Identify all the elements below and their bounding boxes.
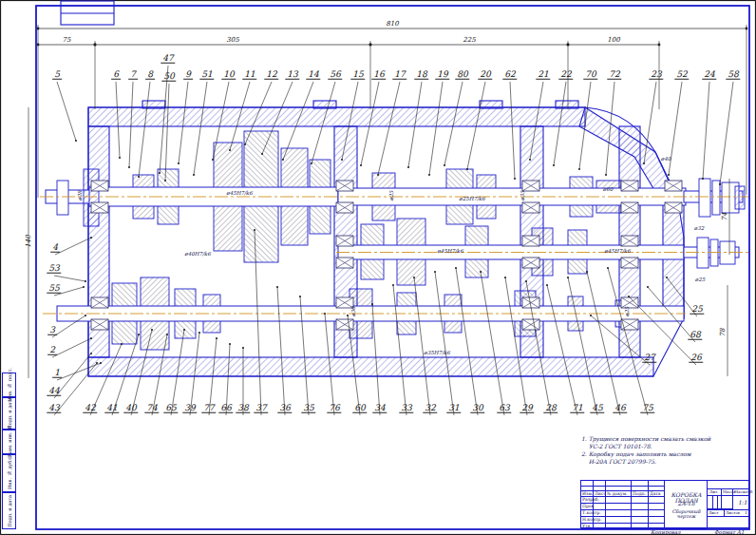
fit-label: ø32 [694,225,704,231]
dimension-label: 100 [607,36,620,44]
fit-label: ø28 [77,191,83,201]
tb-col-podp: Подп. [633,492,646,497]
dimension-label-rotated: 78 [719,329,727,337]
technical-notes: 1. Трущиеся поверхности смазать смазкой … [581,435,750,466]
dimension-label-rotated: 140 [25,235,32,247]
fit-label: ø35H7/k6 [424,350,449,355]
fit-label: ø40H7/k6 [184,251,210,257]
drawing-sheet: 81075305225100 5678475095110111213145615… [0,0,756,535]
title-block: Изм. Лист № докум. Подп. Дата Разраб. Пр… [580,480,749,528]
tb-row-tkontr: Т.контр. [582,511,601,516]
fit-label: ø40 [661,156,671,162]
fit-label: ø25H7/k6 [459,196,484,201]
note-line: 2. Коробку подач заполнить маслом [581,450,750,458]
dimension-label: 810 [386,20,399,28]
fit-label: ø30 [350,307,356,316]
fit-label: ø25 [624,307,630,316]
fit-label: ø25 [388,191,394,201]
dimension-label-rotated: 74 [721,213,728,221]
frame-stamp-cell: Подп. и дата [2,492,16,529]
tb-row-prov: Пров. [582,505,595,509]
frame-stamp-label: Подп. и дата [7,495,12,527]
format-label: Формат А1 [714,529,744,535]
fit-label: ø45H7/k6 [604,248,630,254]
tb-row-utv: Утв. [582,525,592,529]
tb-col-izm: Изм. [582,492,593,497]
dimension-label: 305 [226,36,239,44]
tb-col-list: Лист [595,492,606,497]
dimension-label: 225 [463,36,476,44]
note-line: УС-2 ГОСТ 10101-78. [581,443,750,450]
tb-row-nkontr: Н.контр. [582,518,602,523]
tb-lit-label: Лит. [709,490,719,494]
tb-scale-label: Масштаб [734,490,752,494]
note-line: И-20А ГОСТ 20799-75. [581,458,750,466]
tb-col-doc: № докум. [607,492,628,497]
fit-label: ø45H7/k6 [226,190,252,196]
tb-col-data: Дата [650,492,661,497]
copied-label: Копировал [651,529,681,535]
fit-label: ø45H7/k6 [437,248,463,254]
fit-label: ø60 [603,186,613,192]
note-line: 1. Трущиеся поверхности смазать смазкой [581,435,750,443]
tb-sheet-label: Лист [709,511,718,515]
tb-sheets-value: 1 [745,511,747,516]
tb-scale-value: 1:1 [738,500,747,506]
tb-row-razrab: Разраб. [582,498,599,503]
frame-stamp-cell: Взам. инв. № [2,430,16,454]
tb-doc-name-2: 2А-18 [665,501,708,506]
fit-label: ø25 [695,277,705,282]
frame-stamp-cell: Инв. № подл. [2,373,16,397]
tb-doc-name-3: Сборочный чертеж [665,509,708,519]
frame-stamp-cell: Инв. № дубл. [2,454,16,492]
frame-stamp-label: Инв. № дубл. [7,456,12,489]
fit-label: ø35 [520,191,525,201]
tb-sheets-label: Листов [726,511,740,515]
dimension-label: 75 [63,36,71,44]
